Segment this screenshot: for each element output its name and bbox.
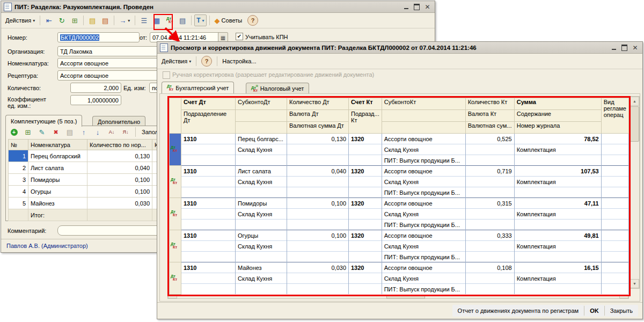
movement-row[interactable]: ДтКт 1310 Лист салата 0,040 1320 Ассорти… <box>170 166 629 177</box>
cell-dt-subconto2[interactable]: Склад Кухня <box>236 177 287 187</box>
cell-empty[interactable] <box>349 155 382 166</box>
cell-empty[interactable] <box>601 241 628 252</box>
cell-empty[interactable] <box>181 284 236 295</box>
col-header-subdiv-kt[interactable]: Подразд... Кт <box>349 110 382 134</box>
movement-subrow[interactable]: ПИТ: Выпуск продукции Б... <box>170 219 629 230</box>
col-header-vid[interactable]: Вид регламе операц <box>601 98 628 134</box>
move-up-button[interactable]: ↑ <box>78 127 90 137</box>
col-header-name[interactable]: Номенклатура <box>28 140 87 150</box>
col-header-cur-dt[interactable]: Валюта Дт <box>287 110 349 122</box>
col-header-sub-kt[interactable]: СубконтоКт <box>382 98 465 110</box>
help-button[interactable]: ? <box>199 55 214 67</box>
scroll-down-icon[interactable]: ▼ <box>630 279 639 288</box>
add-row-button[interactable]: + <box>8 127 20 137</box>
scroll-up-icon[interactable]: ▲ <box>630 97 639 106</box>
cell-empty[interactable] <box>181 144 236 155</box>
post-document-button[interactable]: ▤ <box>86 14 98 26</box>
cell-empty[interactable] <box>181 273 236 284</box>
move-down-button[interactable]: ↓ <box>92 127 104 137</box>
cell-dt-subconto2[interactable]: Склад Кухня <box>236 273 287 284</box>
cell-empty[interactable] <box>181 219 236 230</box>
cell-sum[interactable]: 47,11 <box>514 198 601 209</box>
cell-kt-subconto3[interactable]: ПИТ: Выпуск продукции Б... <box>382 187 465 198</box>
document-structure-button[interactable]: ▤ <box>177 14 188 26</box>
tab-accounting[interactable]: ДтКт Бухгалтерский учет <box>162 82 234 93</box>
cell-kt-subconto3[interactable]: ПИТ: Выпуск продукции Б... <box>382 219 465 230</box>
col-header-sum[interactable]: Сумма <box>514 98 601 110</box>
cell-content[interactable]: Комплектация <box>514 209 601 219</box>
col-header-journal[interactable]: Номер журнала <box>514 122 601 134</box>
cell-kt-subconto2[interactable]: Склад Кухня <box>382 144 465 155</box>
col-header-acct-kt[interactable]: Счет Кт <box>349 98 382 110</box>
cell-kt-quantity[interactable]: 0,525 <box>465 134 514 144</box>
tab-components[interactable]: Комплектующие (5 поз.) <box>5 115 82 127</box>
cell-empty[interactable] <box>349 284 382 295</box>
cell-empty[interactable] <box>601 252 628 262</box>
cell-dt-quantity[interactable]: 0,100 <box>287 230 349 241</box>
cell-quantity[interactable]: 0,100 <box>87 186 152 197</box>
cell-kt-subconto2[interactable]: Склад Кухня <box>382 273 465 284</box>
copy-row-button[interactable]: ⊞ <box>22 127 34 137</box>
cell-empty[interactable] <box>181 155 236 166</box>
cell-sum[interactable]: 107,53 <box>514 166 601 177</box>
col-header-acct-dt[interactable]: Счет Дт <box>181 98 236 110</box>
cell-empty[interactable] <box>465 273 514 284</box>
cell-empty[interactable] <box>181 209 236 219</box>
close-icon[interactable]: ✕ <box>631 43 640 52</box>
cell-empty[interactable] <box>514 155 601 166</box>
cell-kt-subconto1[interactable]: Ассорти овощное <box>382 134 465 144</box>
cell-vid[interactable] <box>601 198 628 209</box>
quantity-field[interactable]: 2,000 <box>70 83 121 93</box>
cell-kt-quantity[interactable]: 0,315 <box>465 198 514 209</box>
cell-empty[interactable] <box>349 219 382 230</box>
cell-empty[interactable] <box>349 252 382 262</box>
cell-nomenclature[interactable]: Лист салата <box>28 162 87 174</box>
cell-dt-quantity[interactable]: 0,040 <box>287 166 349 177</box>
col-header-cur-kt[interactable]: Валюта Кт <box>465 110 514 122</box>
cell-dt-account[interactable]: 1310 <box>181 262 236 273</box>
cell-empty[interactable] <box>465 187 514 198</box>
cell-row-number[interactable]: 3 <box>9 174 28 186</box>
cell-row-number[interactable]: 5 <box>9 197 28 209</box>
cell-dt-subconto1[interactable]: Перец болгарс... <box>236 134 287 144</box>
cell-empty[interactable] <box>601 219 628 230</box>
write-close-button[interactable]: ⇤ <box>43 14 55 26</box>
close-icon[interactable]: ✕ <box>423 3 432 11</box>
maximize-icon[interactable] <box>620 43 629 52</box>
settings-button[interactable]: Настройка... <box>220 55 258 67</box>
cell-quantity[interactable]: 0,100 <box>87 174 152 186</box>
cell-dt-subconto1[interactable]: Помидоры <box>236 198 287 209</box>
sort-desc-button[interactable]: Я↓ <box>120 127 131 137</box>
col-header-content[interactable]: Содержание <box>514 110 601 122</box>
cell-empty[interactable] <box>287 177 349 187</box>
movement-subrow[interactable]: Склад Кухня Склад Кухня Комплектация <box>170 273 629 284</box>
movements-window-titlebar[interactable]: Просмотр и корректировка движений докуме… <box>157 42 642 54</box>
cell-empty[interactable] <box>465 144 514 155</box>
cell-dt-account[interactable]: 1310 <box>181 230 236 241</box>
cell-dt-quantity[interactable]: 0,130 <box>287 134 349 144</box>
cell-kt-quantity[interactable]: 0,333 <box>465 230 514 241</box>
cell-kt-account[interactable]: 1320 <box>349 198 382 209</box>
cell-empty[interactable] <box>465 155 514 166</box>
cell-empty[interactable] <box>465 219 514 230</box>
cell-empty[interactable] <box>514 252 601 262</box>
vertical-scrollbar[interactable]: ▲ ▼ <box>630 96 640 289</box>
col-header-num[interactable]: № <box>9 140 28 150</box>
cell-row-number[interactable]: 2 <box>9 162 28 174</box>
dtkt-movements-button[interactable]: ДтКт <box>164 14 175 26</box>
cell-empty[interactable] <box>349 209 382 219</box>
movement-subrow[interactable]: ПИТ: Выпуск продукции Б... <box>170 252 629 262</box>
tab-tax[interactable]: ДтНКт Налоговый учет <box>246 83 309 93</box>
report-movements-button[interactable]: Отчет о движениях документа по регистрам <box>452 305 584 317</box>
row-dtkt-icon-cell[interactable]: ДтКт <box>170 230 181 262</box>
unpost-document-button[interactable]: ▤ <box>99 14 111 26</box>
cell-sum[interactable]: 78,52 <box>514 134 601 144</box>
cell-kt-subconto1[interactable]: Ассорти овощное <box>382 262 465 273</box>
cell-dt-subconto1[interactable]: Огурцы <box>236 230 287 241</box>
actions-menu-button[interactable]: Действия ▾ <box>3 14 37 26</box>
cell-dt-quantity[interactable]: 0,030 <box>287 262 349 273</box>
filter-structure-button[interactable]: T▾ <box>194 14 206 26</box>
scrollbar-thumb[interactable] <box>630 106 639 142</box>
cell-empty[interactable] <box>349 144 382 155</box>
cell-empty[interactable] <box>601 273 628 284</box>
